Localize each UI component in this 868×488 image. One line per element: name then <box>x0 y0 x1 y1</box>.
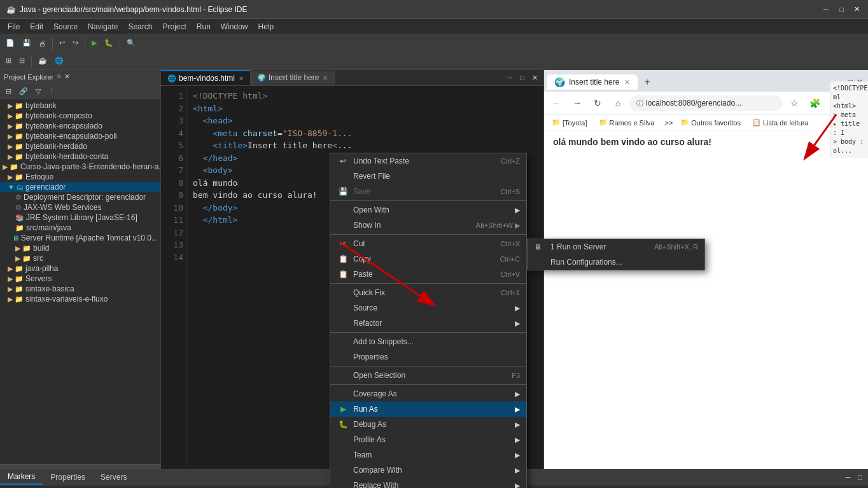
tree-item-bytebank[interactable]: ▶ 📁 bytebank <box>0 101 160 111</box>
tree-item-servers[interactable]: ▶ 📁 Servers <box>0 274 160 284</box>
close-button[interactable]: ✕ <box>851 4 862 15</box>
java-perspective-btn[interactable]: ☕ <box>35 55 50 67</box>
ctx-profile-as[interactable]: Profile As ▶ <box>330 432 526 447</box>
ctx-cut[interactable]: ✂ Cut Ctrl+X <box>330 236 526 251</box>
menu-navigate[interactable]: Navigate <box>83 21 123 32</box>
ctx-compare-with[interactable]: Compare With ▶ <box>330 463 526 478</box>
tree-item-server-runtime[interactable]: 🖥 Server Runtime [Apache Tomcat v10.0... <box>0 233 160 243</box>
ctx-add-snippets[interactable]: Add to Snippets... <box>330 334 526 349</box>
address-bar[interactable]: ⓘ localhost:8080/gerenciado... <box>629 95 783 111</box>
menu-source[interactable]: Source <box>48 21 83 32</box>
ctx-refactor[interactable]: Refactor ▶ <box>330 316 526 331</box>
tree-item-bytebank-composto[interactable]: ▶ 📁 bytebank-composto <box>0 111 160 121</box>
sidebar-close-icon[interactable]: ✕ <box>64 73 70 81</box>
submenu-run-on-server[interactable]: 🖥 1 Run on Server Alt+Shift+X, R <box>528 239 704 254</box>
menu-edit[interactable]: Edit <box>25 21 48 32</box>
ctx-show-in[interactable]: Show In Alt+Shift+W ▶ <box>330 218 526 233</box>
ctx-debug-as[interactable]: 🐛 Debug As ▶ <box>330 417 526 432</box>
collapse-all-btn[interactable]: ⊟ <box>3 85 15 97</box>
menu-help[interactable]: Help <box>253 21 279 32</box>
ctx-coverage-as[interactable]: Coverage As ▶ <box>330 386 526 401</box>
tree-item-src[interactable]: ▶ 📁 src <box>0 253 160 263</box>
redo-btn[interactable]: ↪ <box>69 37 81 49</box>
web-perspective-btn[interactable]: 🌐 <box>52 55 67 67</box>
new-file-btn[interactable]: 📄 <box>3 37 18 49</box>
browser-home-btn[interactable]: ⌂ <box>609 94 627 112</box>
tree-item-sintaxe-variaveis[interactable]: ▶ 📁 sintaxe-variaveis-e-fluxo <box>0 294 160 304</box>
menu-window[interactable]: Window <box>216 21 253 32</box>
bookmarks-chevron[interactable]: >> <box>664 119 673 127</box>
tab-close-bem-vindos[interactable]: ✕ <box>239 75 244 82</box>
ctx-revert[interactable]: Revert File <box>330 169 526 184</box>
bookmark-toyota[interactable]: 📁 [Toyota] <box>548 117 591 128</box>
cut-icon: ✂ <box>337 239 349 248</box>
tree-item-deployment[interactable]: ⚙ Deployment Descriptor: gerenciador <box>0 192 160 202</box>
tree-item-jre[interactable]: 📚 JRE System Library [JavaSE-16] <box>0 213 160 223</box>
undo-btn[interactable]: ↩ <box>56 37 68 49</box>
ctx-replace-with[interactable]: Replace With ▶ <box>330 478 526 488</box>
bottom-max-btn[interactable]: □ <box>855 471 865 483</box>
run-btn[interactable]: ▶ <box>88 37 100 49</box>
ctx-run-as[interactable]: ▶ Run As ▶ <box>330 401 526 417</box>
print-btn[interactable]: 🖨 <box>36 38 49 49</box>
sidebar-scrollbar[interactable] <box>0 464 160 469</box>
search-btn[interactable]: 🔍 <box>123 37 139 49</box>
ctx-quick-fix[interactable]: Quick Fix Ctrl+1 <box>330 285 526 300</box>
browser-back-btn[interactable]: ← <box>548 94 566 112</box>
tree-item-bytebank-herdado[interactable]: ▶ 📁 bytebank-herdado <box>0 141 160 151</box>
ctx-paste[interactable]: 📋 Paste Ctrl+V <box>330 267 526 282</box>
save-btn[interactable]: 💾 <box>19 37 34 49</box>
close-editor-btn[interactable]: ✕ <box>529 72 541 84</box>
ctx-open-selection[interactable]: Open Selection F3 <box>330 368 526 383</box>
bookmark-outros[interactable]: 📁 Outros favoritos <box>676 117 745 128</box>
ctx-team[interactable]: Team ▶ <box>330 447 526 463</box>
link-editor-btn[interactable]: 🔗 <box>16 85 31 97</box>
bookmark-ramos[interactable]: 📁 Ramos e Silva <box>595 117 659 128</box>
tree-item-build[interactable]: ▶ 📁 build <box>0 243 160 253</box>
ctx-save[interactable]: 💾 Save Ctrl+S <box>330 184 526 199</box>
bottom-tab-markers[interactable]: Markers <box>0 470 43 485</box>
browser-reload-btn[interactable]: ↻ <box>589 94 606 112</box>
ctx-open-with[interactable]: Open With ▶ <box>330 202 526 218</box>
tree-item-bytebank-encapsulado[interactable]: ▶ 📁 bytebank-encapsulado <box>0 121 160 131</box>
ctx-source[interactable]: Source ▶ <box>330 300 526 316</box>
min-editor-btn[interactable]: ─ <box>505 72 516 84</box>
ctx-properties[interactable]: Properties <box>330 349 526 365</box>
bottom-tab-servers[interactable]: Servers <box>93 470 134 484</box>
tree-item-java-pilha[interactable]: ▶ 📁 java-pilha <box>0 263 160 274</box>
paste-icon: 📋 <box>337 270 349 279</box>
ctx-copy[interactable]: 📋 Copy Ctrl+C <box>330 251 526 267</box>
browser-tab-close-icon[interactable]: ✕ <box>624 78 630 87</box>
new-browser-tab-btn[interactable]: + <box>638 74 656 90</box>
browser-forward-btn[interactable]: → <box>568 94 586 112</box>
perspective-btn[interactable]: ⊞ <box>3 55 15 67</box>
max-editor-btn[interactable]: □ <box>517 72 528 84</box>
minimize-button[interactable]: ─ <box>821 4 831 15</box>
filter-btn[interactable]: ▽ <box>32 85 44 97</box>
menu-project[interactable]: Project <box>157 21 191 32</box>
menu-file[interactable]: File <box>3 21 25 32</box>
debug-btn[interactable]: 🐛 <box>101 37 116 49</box>
tree-item-estoque[interactable]: ▶ 📁 Estoque <box>0 172 160 182</box>
tab-close-insert-title[interactable]: ✕ <box>323 74 328 81</box>
tree-item-sintaxe-basica[interactable]: ▶ 📁 sintaxe-basica <box>0 284 160 294</box>
browser-tab-active[interactable]: 🌍 Insert title here ✕ <box>547 74 638 90</box>
tree-item-curso-java[interactable]: ▶ 📁 Curso-Java-parte-3-Entendendo-heran-… <box>0 162 160 172</box>
ctx-undo[interactable]: ↩ Undo Text Paste Ctrl+Z <box>330 153 526 169</box>
bottom-min-btn[interactable]: ─ <box>843 471 854 483</box>
tab-insert-title[interactable]: 🌍 Insert title here ✕ <box>251 71 335 85</box>
maximize-button[interactable]: □ <box>836 4 846 15</box>
view-btn[interactable]: ⊟ <box>16 55 28 67</box>
view-menu-btn[interactable]: ⋮ <box>45 85 59 97</box>
tree-item-gerenciador[interactable]: ▼ 🗂 gerenciador <box>0 182 160 192</box>
tree-item-src-main[interactable]: 📁 src/main/java <box>0 223 160 233</box>
tree-item-jax-ws[interactable]: ⚙ JAX-WS Web Services <box>0 202 160 213</box>
tab-bem-vindos[interactable]: 🌐 bem-vindos.html ✕ <box>161 70 251 85</box>
submenu-run-configs[interactable]: Run Configurations... <box>528 254 704 270</box>
tree-item-bytebank-herdado-conta[interactable]: ▶ 📁 bytebank-herdado-conta <box>0 151 160 162</box>
debug-as-arrow: ▶ <box>515 421 520 429</box>
bottom-tab-properties[interactable]: Properties <box>43 470 93 484</box>
tree-item-bytebank-encapsulado-poli[interactable]: ▶ 📁 bytebank-encapsulado-poli <box>0 131 160 141</box>
menu-search[interactable]: Search <box>123 21 157 32</box>
menu-run[interactable]: Run <box>192 21 216 32</box>
